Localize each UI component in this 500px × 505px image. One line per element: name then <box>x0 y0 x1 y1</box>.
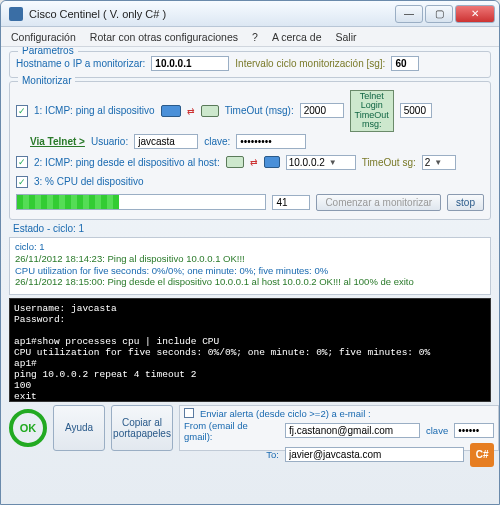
router-icon <box>201 105 219 117</box>
router2-icon <box>226 156 244 168</box>
menu-config[interactable]: Configuración <box>11 31 76 43</box>
clave-input[interactable] <box>236 134 306 149</box>
check-icmp1[interactable]: ✓ <box>16 105 28 117</box>
ok-status-icon: OK <box>9 409 47 447</box>
state-label: Estado - ciclo: 1 <box>9 223 491 234</box>
cpu-label: 3: % CPU del dispositivo <box>34 176 144 187</box>
term-l1: Username: javcasta <box>14 303 117 314</box>
via-telnet-label[interactable]: Via Telnet > <box>30 136 85 147</box>
terminal-output[interactable]: Username: javcasta Password: ap1#show pr… <box>9 298 491 402</box>
email-clave-input[interactable] <box>454 423 494 438</box>
content-area: Parametros Hostname o IP a monitorizar: … <box>1 47 499 504</box>
device2-icon <box>264 156 280 168</box>
menu-exit[interactable]: Salir <box>336 31 357 43</box>
interval-label: Intervalo ciclo monitorización [sg]: <box>235 58 385 69</box>
timeout1-label: TimeOut (msg): <box>225 105 294 116</box>
status-line-1: ciclo: 1 <box>15 241 485 253</box>
menubar: Configuración Rotar con otras configurac… <box>1 27 499 47</box>
email-clave-label: clave <box>426 425 448 436</box>
timeout2-dropdown[interactable]: 2 ▼ <box>422 155 456 170</box>
host2-value: 10.0.0.2 <box>289 157 325 168</box>
menu-about[interactable]: A cerca de <box>272 31 322 43</box>
status-line-4: 26/11/2012 18:15:00: Ping desde el dispo… <box>15 276 485 288</box>
parametros-group: Parametros Hostname o IP a monitorizar: … <box>9 51 491 78</box>
from-input[interactable] <box>285 423 420 438</box>
close-button[interactable]: ✕ <box>455 5 495 23</box>
arrow2-icon: ⇄ <box>250 157 258 167</box>
term-l2: Password: <box>14 314 65 325</box>
maximize-button[interactable]: ▢ <box>425 5 453 23</box>
csharp-logo-icon: C# <box>470 443 494 467</box>
check-cpu[interactable]: ✓ <box>16 176 28 188</box>
window-title: Cisco Centinel ( V. only C# ) <box>29 8 395 20</box>
menu-rotar[interactable]: Rotar con otras configuraciones <box>90 31 238 43</box>
copy-clipboard-button[interactable]: Copiar al portapapeles <box>111 405 173 451</box>
arrow-icon: ⇄ <box>187 106 195 116</box>
hostname-label: Hostname o IP a monitorizar: <box>16 58 145 69</box>
status-line-2: 26/11/2012 18:14:23: Ping al dispositivo… <box>15 253 485 265</box>
status-box: ciclo: 1 26/11/2012 18:14:23: Ping al di… <box>9 237 491 295</box>
progress-value[interactable] <box>272 195 310 210</box>
clave-label: clave: <box>204 136 230 147</box>
term-l5: ap1# <box>14 358 37 369</box>
usuario-label: Usuario: <box>91 136 128 147</box>
interval-input[interactable] <box>391 56 419 71</box>
menu-help-q[interactable]: ? <box>252 31 258 43</box>
term-l8: exit <box>14 391 37 402</box>
check-icmp2[interactable]: ✓ <box>16 156 28 168</box>
bottom-panel: OK Ayuda Copiar al portapapeles Enviar a… <box>9 405 491 451</box>
timeout2-value: 2 <box>425 157 431 168</box>
chevron-down-icon-2: ▼ <box>434 158 442 167</box>
to-input[interactable] <box>285 447 464 462</box>
timeout1-input[interactable] <box>300 103 344 118</box>
help-button[interactable]: Ayuda <box>53 405 105 451</box>
app-window: Cisco Centinel ( V. only C# ) — ▢ ✕ Conf… <box>0 0 500 505</box>
term-l7: 100 <box>14 380 31 391</box>
term-l4: CPU utilization for five seconds: 0%/0%;… <box>14 347 430 358</box>
telnet-timeout-input[interactable] <box>400 103 432 118</box>
telnet-box-l4: msg: <box>353 120 391 129</box>
hostname-input[interactable] <box>151 56 229 71</box>
titlebar: Cisco Centinel ( V. only C# ) — ▢ ✕ <box>1 1 499 27</box>
alert-checkbox[interactable] <box>184 408 194 418</box>
stop-button[interactable]: stop <box>447 194 484 211</box>
device-icon <box>161 105 181 117</box>
telnet-timeout-box: Telnet Login TimeOut msg: <box>350 90 394 132</box>
window-controls: — ▢ ✕ <box>395 5 495 23</box>
monitorizar-group: Monitorizar ✓ 1: ICMP: ping al dispositi… <box>9 81 491 220</box>
host2-dropdown[interactable]: 10.0.0.2 ▼ <box>286 155 356 170</box>
term-l6: ping 10.0.0.2 repeat 4 timeout 2 <box>14 369 196 380</box>
minimize-button[interactable]: — <box>395 5 423 23</box>
term-l3: ap1#show processes cpu | include CPU <box>14 336 219 347</box>
chevron-down-icon: ▼ <box>329 158 337 167</box>
start-monitor-button[interactable]: Comenzar a monitorizar <box>316 194 441 211</box>
usuario-input[interactable] <box>134 134 198 149</box>
monitorizar-legend: Monitorizar <box>18 75 75 86</box>
icmp1-label: 1: ICMP: ping al dispositivo <box>34 105 155 116</box>
progress-fill <box>17 195 119 209</box>
email-panel: Enviar alerta (desde ciclo >=2) a e-mail… <box>179 405 499 451</box>
app-icon <box>9 7 23 21</box>
timeout2-label: TimeOut sg: <box>362 157 416 168</box>
progress-bar <box>16 194 266 210</box>
to-label: To: <box>184 449 279 460</box>
from-label: From (email de gmail): <box>184 420 279 442</box>
icmp2-label: 2: ICMP: ping desde el dispositivo al ho… <box>34 157 220 168</box>
parametros-legend: Parametros <box>18 47 78 56</box>
status-line-3: CPU utilization for five seconds: 0%/0%;… <box>15 265 485 277</box>
alert-label: Enviar alerta (desde ciclo >=2) a e-mail… <box>200 408 371 419</box>
